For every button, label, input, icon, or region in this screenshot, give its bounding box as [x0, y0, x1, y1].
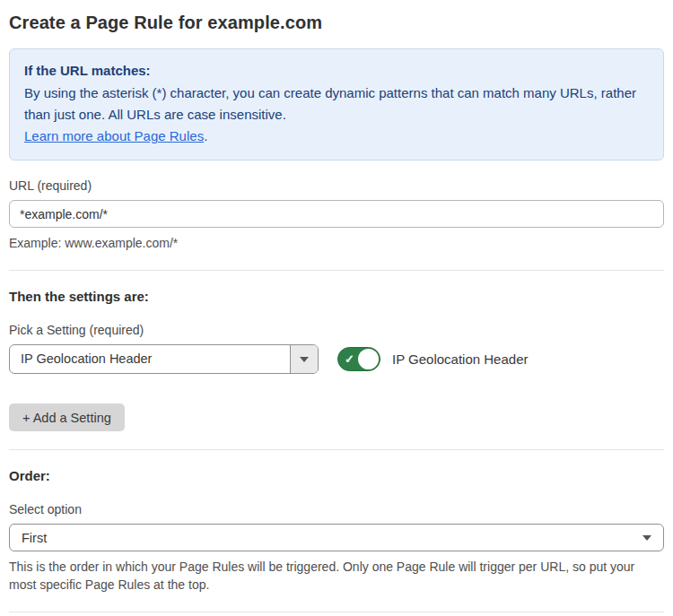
- divider: [9, 449, 664, 450]
- toggle-knob: [358, 349, 379, 369]
- order-helper-text: This is the order in which your Page Rul…: [9, 558, 664, 594]
- divider: [9, 270, 664, 271]
- info-box-body: By using the asterisk (*) character, you…: [24, 82, 649, 126]
- order-select[interactable]: First: [9, 524, 664, 551]
- link-period: .: [204, 128, 207, 143]
- divider: [9, 612, 664, 612]
- url-input[interactable]: [9, 200, 664, 228]
- setting-select[interactable]: IP Geolocation Header: [9, 344, 319, 374]
- learn-more-link[interactable]: Learn more about Page Rules: [24, 128, 204, 143]
- add-setting-button[interactable]: + Add a Setting: [9, 403, 125, 431]
- settings-heading: Then the settings are:: [9, 289, 664, 304]
- pick-setting-label: Pick a Setting (required): [9, 323, 664, 337]
- toggle-group: ✓ IP Geolocation Header: [337, 347, 529, 371]
- ip-geolocation-toggle[interactable]: ✓: [337, 347, 380, 371]
- chevron-down-icon: [300, 357, 309, 362]
- info-box-heading: If the URL matches:: [24, 60, 649, 82]
- order-label: Select option: [9, 502, 664, 516]
- url-helper-text: Example: www.example.com/*: [9, 234, 664, 252]
- url-label: URL (required): [9, 178, 664, 193]
- url-match-info-box: If the URL matches: By using the asteris…: [9, 48, 664, 161]
- setting-row: IP Geolocation Header ✓ IP Geolocation H…: [9, 344, 664, 374]
- setting-select-value: IP Geolocation Header: [10, 345, 290, 373]
- toggle-label: IP Geolocation Header: [392, 351, 529, 367]
- page-title: Create a Page Rule for example.com: [9, 13, 664, 33]
- chevron-down-icon: [642, 535, 651, 541]
- info-box-link-line: Learn more about Page Rules.: [24, 126, 649, 147]
- order-select-value: First: [22, 531, 47, 545]
- setting-select-arrow-button[interactable]: [290, 345, 318, 373]
- check-icon: ✓: [345, 353, 354, 365]
- page-rule-form: Create a Page Rule for example.com If th…: [0, 0, 673, 616]
- order-heading: Order:: [9, 468, 664, 483]
